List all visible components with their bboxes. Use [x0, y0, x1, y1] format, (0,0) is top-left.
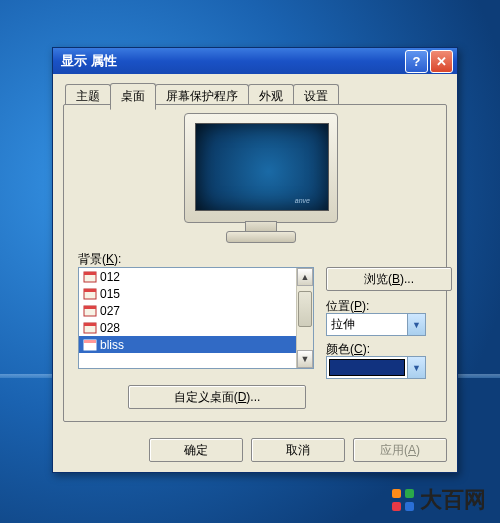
titlebar[interactable]: 显示 属性 ? ✕ — [53, 48, 457, 74]
svg-rect-1 — [84, 272, 96, 275]
close-button[interactable]: ✕ — [430, 50, 453, 73]
desktop-background: 显示 属性 ? ✕ 主题 桌面 屏幕保护程序 外观 设置 anve — [0, 0, 500, 523]
background-listbox[interactable]: 012 015 027 028 — [78, 267, 314, 369]
list-item-selected[interactable]: bliss — [79, 336, 313, 353]
browse-button[interactable]: 浏览(B)... — [326, 267, 452, 291]
scroll-up-button[interactable]: ▲ — [297, 268, 313, 286]
window-body: 主题 桌面 屏幕保护程序 外观 设置 anve 背景(K): — [53, 74, 457, 472]
customize-desktop-button[interactable]: 自定义桌面(D)... — [128, 385, 306, 409]
scroll-down-button[interactable]: ▼ — [297, 350, 313, 368]
list-item-label: 027 — [100, 304, 120, 318]
list-item[interactable]: 015 — [79, 285, 313, 302]
monitor-screen: anve — [195, 123, 329, 211]
help-button[interactable]: ? — [405, 50, 428, 73]
color-combo[interactable]: ▼ — [326, 356, 426, 379]
display-properties-window: 显示 属性 ? ✕ 主题 桌面 屏幕保护程序 外观 设置 anve — [52, 47, 458, 473]
list-item-label: 015 — [100, 287, 120, 301]
dialog-button-row: 确定 取消 应用(A) — [149, 438, 447, 462]
cancel-button[interactable]: 取消 — [251, 438, 345, 462]
watermark-text: 大百网 — [420, 485, 486, 515]
monitor-brand: anve — [295, 197, 310, 204]
tab-desktop[interactable]: 桌面 — [110, 83, 156, 110]
position-value: 拉伸 — [327, 314, 407, 335]
monitor-base — [226, 231, 296, 243]
scroll-thumb[interactable] — [298, 291, 312, 327]
svg-rect-3 — [84, 289, 96, 292]
chevron-down-icon[interactable]: ▼ — [407, 357, 425, 378]
image-file-icon — [83, 288, 97, 300]
background-label: 背景(K): — [78, 251, 121, 268]
listbox-scrollbar[interactable]: ▲ ▼ — [296, 268, 313, 368]
monitor-preview: anve — [184, 113, 336, 243]
list-item-label: 012 — [100, 270, 120, 284]
image-file-icon — [83, 271, 97, 283]
chevron-down-icon[interactable]: ▼ — [407, 314, 425, 335]
tab-panel: anve 背景(K): 012 015 — [63, 104, 447, 422]
list-item-label: bliss — [100, 338, 124, 352]
monitor-case: anve — [184, 113, 338, 223]
list-item[interactable]: 027 — [79, 302, 313, 319]
color-swatch — [329, 359, 405, 376]
svg-rect-5 — [84, 306, 96, 309]
apply-button[interactable]: 应用(A) — [353, 438, 447, 462]
image-file-icon — [83, 322, 97, 334]
watermark-logo-icon — [392, 489, 414, 511]
svg-rect-7 — [84, 323, 96, 326]
ok-button[interactable]: 确定 — [149, 438, 243, 462]
list-item-label: 028 — [100, 321, 120, 335]
watermark: 大百网 — [392, 485, 486, 515]
position-combo[interactable]: 拉伸 ▼ — [326, 313, 426, 336]
svg-rect-9 — [84, 340, 96, 343]
scroll-track[interactable] — [297, 285, 313, 351]
image-file-icon — [83, 305, 97, 317]
list-item[interactable]: 028 — [79, 319, 313, 336]
image-file-icon — [83, 339, 97, 351]
window-title: 显示 属性 — [61, 52, 117, 70]
list-item[interactable]: 012 — [79, 268, 313, 285]
